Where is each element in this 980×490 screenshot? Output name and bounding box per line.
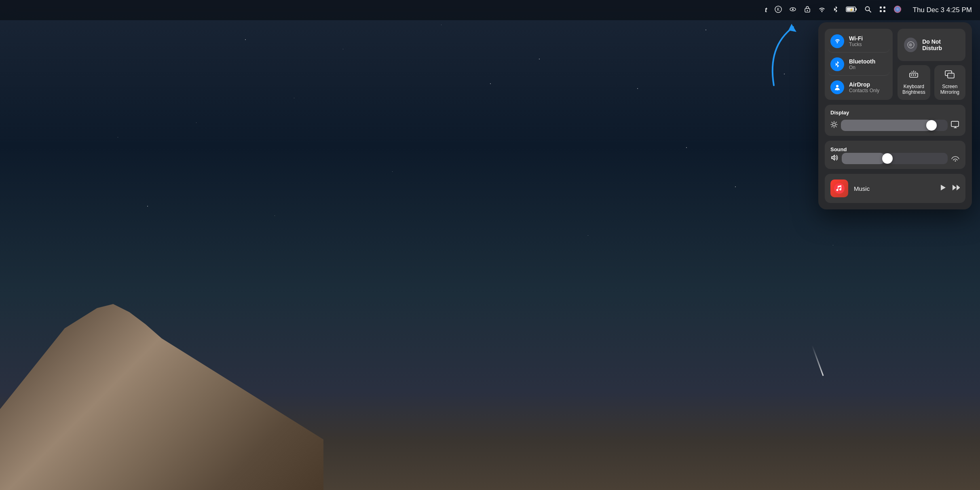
battery-icon[interactable]: ⚡ (846, 6, 857, 15)
cc-airdrop-item[interactable]: AirDrop Contacts Only (828, 76, 889, 98)
keyboard-maestro-icon[interactable]: K (775, 6, 782, 15)
cc-keyboard-brightness-label: Keyboard Brightness (902, 84, 925, 95)
bluetooth-icon (830, 57, 844, 71)
cc-right-block: Do Not Disturb (898, 29, 965, 100)
svg-rect-7 (855, 8, 857, 11)
svg-point-18 (836, 85, 838, 87)
cc-sound-title: Sound (830, 146, 847, 152)
cc-dnd-label: Do Not Disturb (922, 38, 959, 51)
cc-sound-row (830, 153, 960, 164)
svg-line-34 (832, 122, 832, 123)
svg-line-11 (869, 10, 871, 12)
keyboard-brightness-icon (908, 70, 919, 81)
cc-screen-mirroring-tile[interactable]: Screen Mirroring (934, 65, 965, 100)
svg-point-41 (955, 160, 956, 161)
svg-line-36 (836, 122, 836, 123)
svg-rect-15 (883, 10, 885, 12)
svg-rect-22 (913, 74, 914, 76)
control-center-menubar-icon[interactable] (879, 6, 886, 15)
cc-wifi-label: Wi-Fi (849, 35, 863, 42)
menubar-icons: t K ⚡ Thu Dec 3 4:25 PM (750, 5, 972, 15)
display-expand-icon[interactable] (951, 121, 960, 130)
cc-music-label: Music (854, 185, 934, 192)
svg-line-25 (912, 72, 912, 72)
svg-rect-23 (915, 74, 916, 76)
search-menubar-icon[interactable] (864, 6, 872, 15)
cc-screen-mirroring-label: Screen Mirroring (939, 84, 961, 95)
svg-rect-13 (883, 6, 885, 8)
cc-display-header: Display (830, 110, 960, 120)
svg-point-5 (807, 10, 808, 11)
cc-play-button[interactable] (940, 184, 946, 193)
bluetooth-menubar-icon[interactable] (833, 6, 838, 15)
cc-wifi-sub: Tucks (849, 42, 863, 47)
airdrop-icon (830, 80, 844, 94)
svg-line-35 (836, 126, 836, 127)
brightness-slider[interactable] (841, 120, 948, 131)
svg-point-42 (834, 183, 845, 194)
svg-point-29 (833, 123, 836, 126)
cc-bluetooth-label: Bluetooth (849, 58, 875, 65)
svg-line-26 (915, 72, 916, 72)
cc-display-title: Display (830, 110, 849, 116)
dropbox-icon[interactable] (750, 6, 758, 15)
svg-point-3 (792, 8, 794, 10)
control-center-panel: Wi-Fi Tucks Bluetooth On AirDrop (818, 22, 972, 209)
svg-line-37 (832, 126, 832, 127)
cc-music-section: Music (825, 174, 965, 203)
cc-dnd-button[interactable]: Do Not Disturb (898, 29, 965, 61)
cc-bluetooth-item[interactable]: Bluetooth On (828, 53, 889, 76)
menubar-time: Thu Dec 3 4:25 PM (913, 6, 972, 14)
cc-bluetooth-sub: On (849, 65, 875, 70)
cc-tiles-row: Keyboard Brightness Screen Mirroring (898, 65, 965, 100)
volume-slider[interactable] (842, 153, 948, 164)
svg-rect-38 (951, 121, 959, 127)
dnd-icon (904, 38, 917, 52)
wifi-icon (830, 34, 844, 48)
cc-display-row (830, 120, 960, 131)
volume-icon (830, 154, 838, 163)
brightness-icon (830, 121, 838, 130)
svg-rect-28 (948, 73, 954, 78)
music-app-icon (830, 180, 848, 197)
svg-rect-14 (880, 10, 882, 12)
scrobbler-icon[interactable] (789, 6, 796, 15)
screen-mirroring-icon (944, 70, 955, 81)
cc-airdrop-label: AirDrop (849, 81, 879, 88)
svg-rect-12 (880, 6, 882, 8)
cc-top-section: Wi-Fi Tucks Bluetooth On AirDrop (825, 29, 965, 100)
todoist-icon[interactable]: t (765, 6, 767, 14)
cc-wifi-text: Wi-Fi Tucks (849, 35, 863, 47)
cc-wifi-item[interactable]: Wi-Fi Tucks (828, 30, 889, 53)
cc-airdrop-sub: Contacts Only (849, 88, 879, 93)
siri-icon[interactable] (893, 5, 902, 15)
wifi-menubar-icon[interactable] (818, 6, 826, 15)
1password-icon[interactable] (804, 6, 811, 15)
svg-rect-21 (911, 74, 912, 76)
cc-sound-section: Sound (825, 141, 965, 169)
cc-skip-button[interactable] (952, 184, 960, 193)
svg-text:⚡: ⚡ (849, 8, 853, 12)
svg-text:K: K (777, 7, 779, 12)
menubar: t K ⚡ Thu Dec 3 4:25 PM (0, 0, 980, 20)
cc-network-block: Wi-Fi Tucks Bluetooth On AirDrop (825, 29, 893, 100)
cc-display-section: Display (825, 105, 965, 136)
cc-bluetooth-text: Bluetooth On (849, 58, 875, 70)
airplay-button[interactable] (951, 154, 960, 164)
cc-keyboard-brightness-tile[interactable]: Keyboard Brightness (898, 65, 930, 100)
cc-airdrop-text: AirDrop Contacts Only (849, 81, 879, 93)
cc-music-controls (940, 184, 960, 193)
svg-point-16 (894, 6, 901, 13)
